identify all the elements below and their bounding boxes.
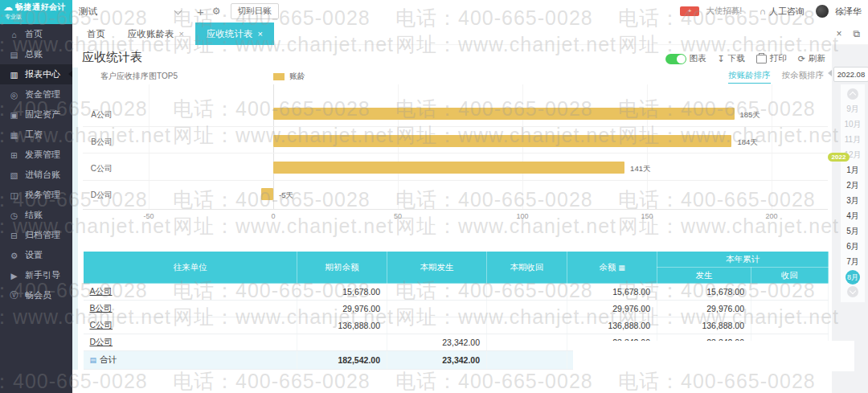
month-item[interactable]: 5月 bbox=[841, 223, 865, 239]
bar-value-label: 141天 bbox=[630, 164, 650, 174]
sidebar-item-label: 资金管理 bbox=[25, 88, 60, 100]
sort-by-aging[interactable]: 按账龄排序 bbox=[728, 70, 771, 84]
month-item-selected[interactable]: 8月 bbox=[845, 270, 860, 285]
masking-overlay bbox=[573, 341, 854, 371]
month-item[interactable]: 7月 bbox=[841, 254, 865, 269]
closing-icon: ◷ bbox=[9, 211, 19, 220]
promo-text[interactable]: 大使招募! bbox=[706, 6, 742, 17]
avatar[interactable] bbox=[816, 5, 829, 18]
month-item[interactable]: 9月 bbox=[841, 101, 865, 117]
close-icon[interactable]: × bbox=[836, 28, 841, 39]
sidebar-item-report-center[interactable]: ▥ 报表中心 bbox=[0, 64, 72, 84]
sidebar-item-label: 结账 bbox=[25, 209, 43, 221]
tab-label: 应收统计表 bbox=[207, 29, 253, 39]
download-button[interactable]: ↧ 下载 bbox=[718, 53, 745, 64]
row-separator bbox=[83, 153, 828, 154]
app-edition: 专业版 bbox=[5, 13, 69, 21]
month-item[interactable]: 2月 bbox=[841, 178, 865, 193]
total-label: 合计 bbox=[100, 354, 117, 364]
legend-swatch bbox=[273, 73, 285, 80]
category-label: C公司 bbox=[83, 163, 113, 174]
app-logo: ☁ 畅捷通好会计 专业版 bbox=[0, 0, 72, 24]
account-set-selector[interactable]: 测试 bbox=[79, 6, 175, 18]
cell bbox=[387, 301, 487, 317]
cell: 136,888.00 bbox=[567, 317, 657, 334]
month-item[interactable]: 11月 bbox=[841, 132, 865, 147]
switch-version-button[interactable]: 切到日账 bbox=[231, 3, 279, 19]
sidebar-item-invoice[interactable]: ⊞ 发票管理 bbox=[0, 145, 72, 165]
tab-receivable-statistics[interactable]: 应收统计表× bbox=[195, 23, 274, 45]
sidebar-item-general-ledger[interactable]: ▤ 总账 bbox=[0, 44, 72, 64]
promo-badge-icon[interactable]: + bbox=[680, 6, 699, 16]
download-icon: ↧ bbox=[718, 54, 725, 64]
gear-icon[interactable]: ⚙ bbox=[212, 6, 221, 17]
tab-home[interactable]: 首页 bbox=[76, 23, 117, 45]
scroll-up-icon[interactable] bbox=[847, 88, 858, 100]
sidebar-item-member[interactable]: Ⓥ 畅会员 bbox=[0, 285, 72, 305]
month-item[interactable]: 1月 bbox=[841, 162, 865, 178]
sidebar-item-closing[interactable]: ◷ 结账 bbox=[0, 205, 72, 225]
col-header-current-received: 本期收回 bbox=[487, 252, 567, 284]
print-label: 打印 bbox=[770, 53, 787, 64]
report-toolbar: 图表 ↧ 下载 打印 ⟳ 刷新 bbox=[665, 53, 825, 64]
sidebar-item-label: 税务管理 bbox=[25, 189, 60, 201]
refresh-button[interactable]: ⟳ 刷新 bbox=[798, 53, 825, 64]
sidebar-item-inventory-ledger[interactable]: ▧ 进销台账 bbox=[0, 165, 72, 185]
sidebar-item-label: 设置 bbox=[25, 249, 43, 261]
tab-receivable-aging[interactable]: 应收账龄表× bbox=[117, 23, 195, 45]
sidebar-item-salary[interactable]: ▦ 工资 bbox=[0, 125, 72, 145]
home-icon: ⌂ bbox=[9, 30, 19, 39]
scroll-down-icon[interactable] bbox=[847, 286, 858, 297]
user-name[interactable]: 徐泽华 bbox=[835, 6, 862, 18]
sidebar-item-tax[interactable]: ◫ 税务管理 bbox=[0, 185, 72, 205]
bar-value-label: 184天 bbox=[737, 137, 757, 148]
sidebar-item-label: 首页 bbox=[25, 28, 43, 40]
toggle-on-icon[interactable] bbox=[665, 54, 686, 64]
chart-toggle[interactable]: 图表 bbox=[665, 53, 706, 64]
month-item[interactable]: 6月 bbox=[841, 239, 865, 254]
expand-icon[interactable]: ⧉ bbox=[853, 28, 860, 39]
headset-icon: ∩ bbox=[760, 6, 766, 16]
cell bbox=[387, 317, 487, 334]
chevron-down-icon[interactable] bbox=[174, 6, 182, 14]
category-label: A公司 bbox=[83, 109, 113, 121]
company-link[interactable]: A公司 bbox=[90, 286, 113, 296]
sort-by-balance[interactable]: 按余额排序 bbox=[782, 70, 825, 84]
cell: 29,976.00 bbox=[297, 301, 387, 317]
balance-sort-icon[interactable]: ▦ bbox=[618, 264, 625, 272]
company-link[interactable]: C公司 bbox=[90, 320, 113, 330]
close-icon[interactable]: × bbox=[257, 29, 262, 39]
sidebar-item-label: 总账 bbox=[25, 48, 43, 60]
company-link[interactable]: B公司 bbox=[90, 303, 113, 313]
period-date-box[interactable]: 2022.08 bbox=[833, 67, 868, 82]
cell bbox=[487, 334, 567, 351]
print-button[interactable]: 打印 bbox=[756, 53, 787, 64]
add-icon[interactable]: + bbox=[197, 5, 204, 18]
sidebar-item-guide[interactable]: ▶ 新手引导 bbox=[0, 265, 72, 285]
sidebar-item-settings[interactable]: ⚙ 设置 bbox=[0, 245, 72, 265]
cell bbox=[487, 284, 567, 301]
company-link[interactable]: D公司 bbox=[90, 337, 113, 346]
support-button[interactable]: ∩ 人工咨询 bbox=[760, 6, 805, 18]
x-axis-tick: 100 bbox=[510, 212, 534, 220]
panel-collapse-icon[interactable] bbox=[828, 70, 832, 76]
chart-bar bbox=[273, 162, 624, 174]
col-header-ytd-incurred: 发生 bbox=[657, 268, 751, 284]
cell: 23,342.00 bbox=[387, 334, 487, 351]
inventory-icon: ▧ bbox=[9, 170, 19, 180]
cell bbox=[751, 301, 829, 317]
sidebar-item-label: 畅会员 bbox=[25, 289, 51, 301]
month-item[interactable]: 3月 bbox=[841, 193, 865, 208]
sidebar-item-fixed-assets[interactable]: ▣ 固定资产 bbox=[0, 104, 72, 125]
sidebar: ☁ 畅捷通好会计 专业版 ⌂ 首页 ▤ 总账 ▥ 报表中心 ◎ 资金管理 ▣ 固… bbox=[0, 0, 72, 393]
sidebar-item-archive[interactable]: ⊟ 归档管理 bbox=[0, 225, 72, 245]
month-item[interactable]: 4月 bbox=[841, 208, 865, 223]
cell: 29,976.00 bbox=[567, 301, 657, 317]
sidebar-item-home[interactable]: ⌂ 首页 bbox=[0, 24, 72, 44]
cloud-icon: ☁ bbox=[3, 2, 13, 12]
close-icon[interactable]: × bbox=[179, 29, 184, 39]
sidebar-item-funds[interactable]: ◎ 资金管理 bbox=[0, 84, 72, 104]
download-label: 下载 bbox=[728, 53, 745, 64]
month-item[interactable]: 10月 bbox=[841, 117, 865, 132]
cell: 15,678.00 bbox=[657, 284, 751, 301]
